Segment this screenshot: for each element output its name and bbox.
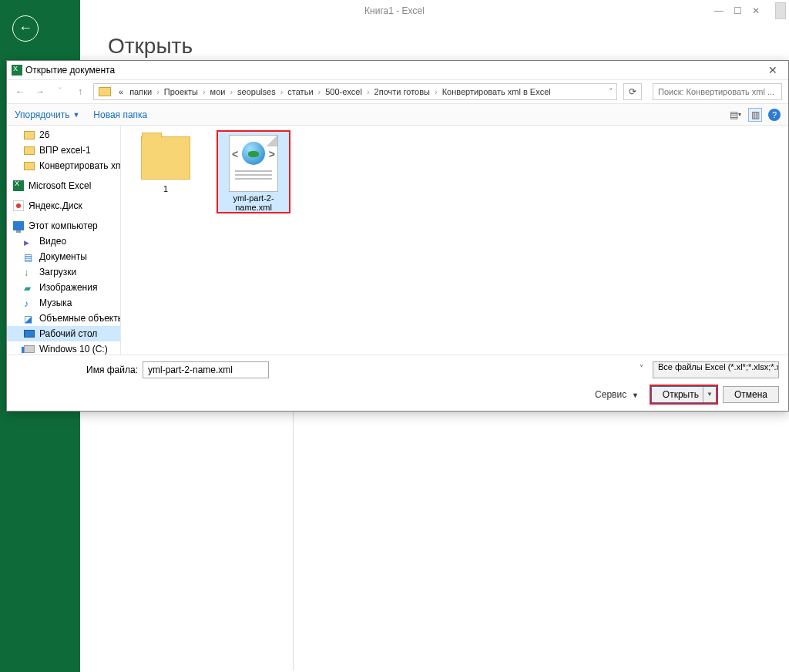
address-breadcrumb[interactable]: « папки› Проекты› мои› seopulses› статьи… (93, 83, 617, 100)
folder-icon (24, 146, 35, 155)
tree-item-folder[interactable]: 26 (7, 127, 120, 143)
downloads-icon (24, 267, 35, 277)
nav-up-icon[interactable]: ↑ (73, 86, 87, 97)
file-type-filter[interactable]: Все файлы Excel (*.xl*;*.xlsx;*.xlsm;...… (653, 361, 779, 378)
tree-item-this-pc[interactable]: Этот компьютер (7, 218, 120, 234)
file-list-pane[interactable]: 1 < > yml-part-2-name.xml (121, 126, 788, 354)
view-details-icon[interactable]: ▥ (748, 108, 762, 122)
dialog-footer: Имя файла: Все файлы Excel (*.xl*;*.xlsx… (7, 354, 788, 411)
chevron-right-icon[interactable]: › (155, 87, 161, 96)
drive-icon (24, 345, 35, 353)
new-folder-button[interactable]: Новая папка (93, 109, 147, 120)
folder-icon (24, 131, 35, 139)
xml-file-icon: < > (229, 135, 278, 192)
filename-input[interactable] (143, 361, 269, 378)
file-item-xml-selected[interactable]: < > yml-part-2-name.xml (217, 130, 290, 213)
nav-recent-icon[interactable]: ˅ (53, 86, 67, 97)
breadcrumb-seg[interactable]: папки (126, 87, 155, 96)
music-icon (24, 298, 35, 307)
documents-icon (24, 252, 35, 261)
breadcrumb-seg[interactable]: seopulses (234, 87, 279, 96)
nav-forward-icon[interactable]: → (33, 86, 47, 97)
breadcrumb-seg[interactable]: статьи (284, 87, 316, 96)
file-label: yml-part-2-name.xml (218, 193, 289, 212)
account-avatar[interactable] (775, 2, 786, 19)
search-input[interactable] (653, 83, 782, 100)
folder-icon (24, 162, 35, 170)
file-label: 1 (130, 184, 201, 193)
open-button[interactable]: Открыть (651, 386, 717, 403)
tree-item-yandex-disk[interactable]: Яндекс.Диск (7, 198, 120, 213)
organize-menu[interactable]: Упорядочить ▼ (15, 109, 79, 120)
tree-item-documents[interactable]: Документы (7, 249, 120, 264)
breadcrumb-prefix[interactable]: « (116, 87, 126, 96)
filename-label: Имя файла: (16, 365, 138, 375)
breadcrumb-seg[interactable]: Конвертировать xml в Excel (439, 87, 554, 96)
desktop-icon (24, 330, 35, 338)
breadcrumb-seg[interactable]: 500-excel (322, 87, 365, 96)
tree-item-excel[interactable]: Microsoft Excel (7, 178, 120, 193)
chevron-right-icon[interactable]: › (433, 87, 439, 96)
video-icon (24, 237, 35, 246)
tree-item-folder[interactable]: Конвертировать xml в Excel (7, 158, 120, 173)
chevron-right-icon[interactable]: › (201, 87, 207, 96)
dialog-close-button[interactable]: ✕ (762, 64, 784, 76)
tree-item-desktop[interactable]: Рабочий стол (7, 326, 120, 341)
tree-item-pictures[interactable]: Изображения (7, 280, 120, 295)
tree-item-downloads[interactable]: Загрузки (7, 264, 120, 280)
excel-icon (13, 180, 24, 191)
excel-icon (12, 65, 22, 76)
file-item-folder[interactable]: 1 (129, 130, 203, 195)
tree-item-3d-objects[interactable]: Объемные объекты (7, 311, 120, 326)
pc-icon (13, 221, 24, 230)
restore-icon[interactable]: ☐ (732, 0, 743, 22)
help-icon[interactable]: ? (768, 109, 781, 121)
tree-item-videos[interactable]: Видео (7, 234, 120, 249)
tools-menu[interactable]: Сервис ▼ (595, 389, 639, 400)
chevron-right-icon[interactable]: › (365, 87, 371, 96)
cancel-button[interactable]: Отмена (723, 386, 779, 403)
app-title: Книга1 - Excel (364, 5, 425, 16)
nav-back-icon[interactable]: ← (13, 86, 27, 97)
dialog-nav-bar: ← → ˅ ↑ « папки› Проекты› мои› seopulses… (7, 79, 788, 104)
dialog-title: Открытие документа (25, 65, 115, 76)
chevron-right-icon[interactable]: › (228, 87, 234, 96)
folder-icon (99, 87, 111, 96)
backstage-heading: Открыть (108, 34, 193, 59)
pictures-icon (24, 283, 35, 292)
chevron-right-icon[interactable]: › (279, 87, 285, 96)
breadcrumb-seg[interactable]: Проекты (161, 87, 201, 96)
yandex-disk-icon (13, 200, 24, 211)
app-title-bar: Книга1 - Excel — ☐ ✕ (0, 0, 789, 22)
close-app-icon[interactable]: ✕ (750, 0, 761, 22)
breadcrumb-seg[interactable]: 2почти готовы (371, 87, 433, 96)
back-button[interactable]: ← (12, 15, 39, 42)
tree-item-c-drive[interactable]: Windows 10 (C:) (7, 341, 120, 354)
address-dropdown-icon[interactable]: ˅ (609, 87, 613, 97)
nav-tree[interactable]: 26 ВПР excel-1 Конвертировать xml в Exce… (7, 126, 121, 354)
cube-icon (24, 314, 35, 323)
dialog-title-bar[interactable]: Открытие документа ✕ (7, 61, 788, 79)
refresh-button[interactable]: ⟳ (623, 83, 642, 100)
tree-item-folder[interactable]: ВПР excel-1 (7, 143, 120, 158)
folder-icon (141, 136, 190, 180)
file-open-dialog: Открытие документа ✕ ← → ˅ ↑ « папки› Пр… (6, 60, 789, 412)
minimize-icon[interactable]: — (713, 0, 724, 22)
breadcrumb-seg[interactable]: мои (207, 87, 229, 96)
dialog-toolbar: Упорядочить ▼ Новая папка ▤▾ ▥ ? (7, 104, 788, 126)
view-preview-icon[interactable]: ▤▾ (728, 108, 742, 122)
tree-item-music[interactable]: Музыка (7, 295, 120, 311)
chevron-right-icon[interactable]: › (317, 87, 323, 96)
